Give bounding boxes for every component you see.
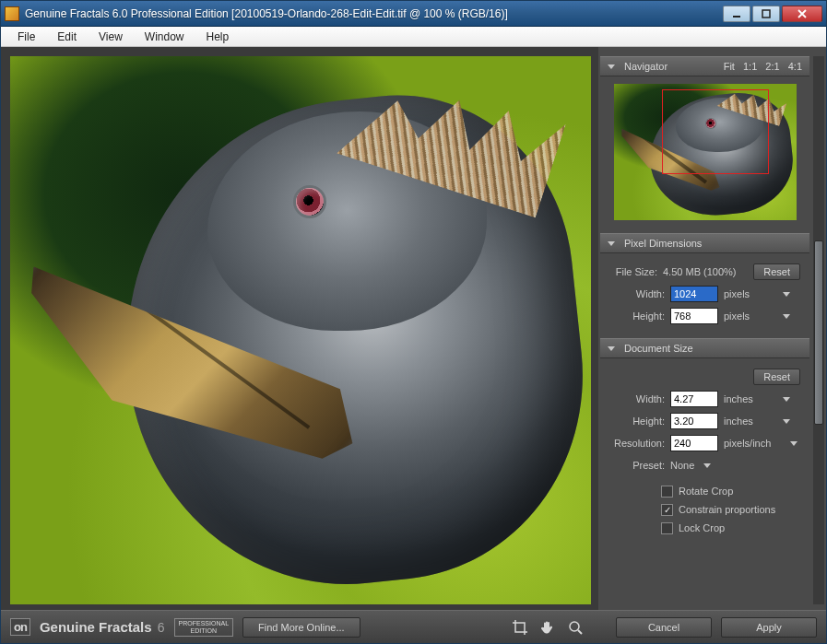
chevron-down-icon[interactable]	[783, 419, 790, 424]
canvas-area	[1, 47, 598, 610]
doc-preset-label: Preset:	[609, 460, 665, 471]
rotate-crop-checkbox[interactable]	[661, 486, 673, 498]
minimize-button[interactable]	[723, 6, 750, 22]
document-size-header[interactable]: Document Size	[600, 338, 809, 358]
lock-crop-checkbox[interactable]	[661, 522, 673, 534]
doc-reset-button[interactable]: Reset	[753, 369, 800, 385]
brand-logo: on	[10, 618, 30, 636]
navigator-panel: Navigator Fit 1:1 2:1 4:1	[600, 56, 809, 229]
menu-view[interactable]: View	[88, 30, 134, 43]
pixel-dimensions-header[interactable]: Pixel Dimensions	[600, 233, 809, 253]
doc-width-unit[interactable]: inches	[724, 393, 774, 404]
svg-rect-0	[733, 16, 740, 18]
svg-point-2	[570, 622, 579, 631]
doc-resolution-label: Resolution:	[609, 438, 665, 449]
pixel-dimensions-panel: Pixel Dimensions File Size: 4.50 MB (100…	[600, 233, 809, 334]
collapse-icon	[608, 346, 615, 351]
edition-badge: PROFESSIONALEDITION	[174, 618, 233, 637]
doc-height-unit[interactable]: inches	[724, 416, 774, 427]
pixel-dimensions-title: Pixel Dimensions	[624, 238, 702, 249]
hand-icon[interactable]	[538, 618, 557, 637]
zoom-fit[interactable]: Fit	[724, 61, 735, 72]
cancel-button[interactable]: Cancel	[616, 617, 712, 638]
pixel-reset-button[interactable]: Reset	[753, 263, 800, 280]
doc-width-label: Width:	[609, 393, 665, 404]
pixel-height-unit[interactable]: pixels	[724, 310, 774, 322]
navigator-viewport-rect[interactable]	[662, 89, 769, 174]
app-window: Genuine Fractals 6.0 Professional Editio…	[0, 0, 827, 644]
titlebar[interactable]: Genuine Fractals 6.0 Professional Editio…	[1, 1, 826, 27]
crop-icon[interactable]	[511, 618, 529, 637]
pixel-width-label: Width:	[609, 288, 665, 299]
document-size-panel: Document Size Reset Width: inches	[600, 338, 809, 544]
chevron-down-icon[interactable]	[783, 292, 790, 297]
doc-preset-value[interactable]: None	[670, 460, 694, 471]
pixel-width-unit[interactable]: pixels	[724, 288, 774, 299]
pixel-height-input[interactable]	[670, 308, 718, 324]
zoom-1-1[interactable]: 1:1	[743, 61, 757, 72]
collapse-icon	[608, 64, 615, 69]
navigator-title: Navigator	[624, 61, 668, 72]
svg-rect-1	[762, 10, 770, 18]
maximize-button[interactable]	[752, 6, 780, 22]
document-size-title: Document Size	[624, 343, 693, 354]
doc-height-input[interactable]	[670, 413, 718, 429]
workarea: Navigator Fit 1:1 2:1 4:1	[1, 47, 826, 610]
chevron-down-icon[interactable]	[783, 397, 790, 402]
chevron-down-icon[interactable]	[790, 441, 797, 446]
file-size-value: 4.50 MB (100%)	[663, 266, 748, 277]
svg-line-3	[578, 630, 582, 634]
image-canvas[interactable]	[10, 56, 591, 604]
menu-file[interactable]: File	[6, 30, 46, 43]
chevron-down-icon[interactable]	[783, 314, 790, 319]
collapse-icon	[608, 241, 615, 246]
app-icon	[5, 6, 19, 21]
menu-help[interactable]: Help	[195, 30, 241, 43]
footer-toolbar: on Genuine Fractals 6 PROFESSIONALEDITIO…	[1, 610, 826, 643]
zoom-2-1[interactable]: 2:1	[765, 61, 779, 72]
scrollbar-thumb[interactable]	[814, 240, 823, 425]
file-size-label: File Size:	[609, 266, 657, 277]
menu-window[interactable]: Window	[134, 30, 195, 43]
find-more-button[interactable]: Find More Online...	[242, 617, 360, 638]
navigator-thumbnail[interactable]	[614, 84, 797, 220]
zoom-icon[interactable]	[566, 618, 585, 637]
menu-edit[interactable]: Edit	[46, 30, 88, 43]
menubar: File Edit View Window Help	[1, 27, 826, 47]
close-button[interactable]	[782, 6, 822, 22]
pixel-height-label: Height:	[609, 310, 665, 322]
doc-resolution-input[interactable]	[670, 435, 718, 451]
window-title: Genuine Fractals 6.0 Professional Editio…	[25, 7, 721, 20]
doc-height-label: Height:	[609, 416, 665, 427]
zoom-4-1[interactable]: 4:1	[788, 61, 802, 72]
brand-name: Genuine Fractals 6	[40, 619, 165, 635]
doc-resolution-unit[interactable]: pixels/inch	[724, 438, 781, 449]
side-scrollbar[interactable]	[813, 56, 824, 604]
constrain-label: Constrain proportions	[679, 504, 775, 515]
lock-crop-label: Lock Crop	[679, 522, 725, 533]
constrain-checkbox[interactable]	[661, 504, 673, 516]
apply-button[interactable]: Apply	[721, 617, 817, 638]
navigator-header[interactable]: Navigator Fit 1:1 2:1 4:1	[600, 56, 809, 76]
side-panels: Navigator Fit 1:1 2:1 4:1	[598, 47, 826, 610]
pixel-width-input[interactable]	[670, 286, 718, 302]
rotate-crop-label: Rotate Crop	[679, 486, 733, 497]
chevron-down-icon[interactable]	[703, 463, 711, 468]
doc-width-input[interactable]	[670, 391, 718, 407]
